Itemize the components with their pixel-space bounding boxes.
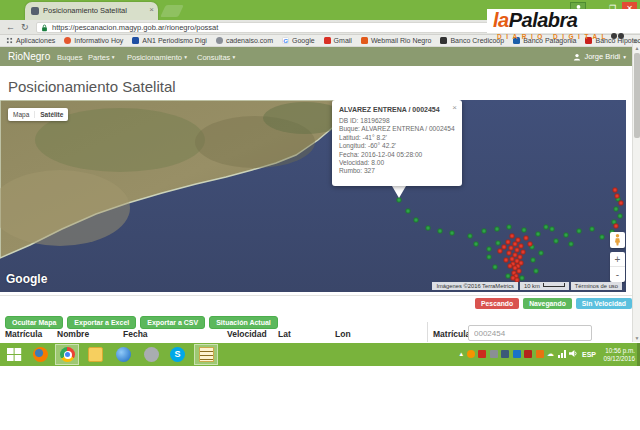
badge-pescando[interactable]: Pescando [475, 298, 519, 309]
brand-rionegro[interactable]: RioNegro [8, 51, 50, 62]
browser-tab[interactable]: Posicionamiento Satelital × [25, 2, 158, 20]
taskbar-clock[interactable]: 10:56 p.m. 09/12/2016 [603, 347, 635, 363]
vessel-marker-green[interactable] [590, 227, 595, 232]
nav-item-consultas[interactable]: Consultas ▾ [197, 53, 235, 62]
vessel-marker-green[interactable] [522, 228, 527, 233]
nav-item-posicionamiento[interactable]: Posicionamiento ▾ [127, 53, 187, 62]
chrome-icon[interactable] [60, 347, 75, 362]
globe-app-icon[interactable] [144, 347, 159, 362]
vessel-marker-green[interactable] [614, 207, 619, 212]
tray-expand-icon[interactable]: ▴ [459, 350, 463, 358]
bookmark-aplicaciones[interactable]: Aplicaciones [6, 37, 55, 44]
vessel-marker-red[interactable] [519, 261, 524, 266]
badge-navegando[interactable]: Navegando [523, 298, 572, 309]
bookmark-an1-periodismo[interactable]: AN1 Periodismo Digi [132, 37, 207, 44]
bookmark-webmail-rio-negro[interactable]: Webmail Rio Negro [361, 37, 432, 44]
vessel-marker-red[interactable] [506, 240, 511, 245]
tray-icon[interactable] [524, 350, 532, 358]
vessel-marker-green[interactable] [600, 235, 605, 240]
col-header-lat[interactable]: Lat [278, 329, 291, 339]
zoom-in-button[interactable]: + [610, 252, 625, 267]
vessel-marker-red[interactable] [615, 194, 620, 199]
bookmark-informativo-hoy[interactable]: Informativo Hoy [64, 37, 123, 44]
vessel-marker-green[interactable] [438, 229, 443, 234]
vessel-marker-red[interactable] [498, 249, 503, 254]
vessel-marker-green[interactable] [450, 231, 455, 236]
vessel-marker-red[interactable] [510, 234, 515, 239]
vessel-marker-green[interactable] [550, 227, 555, 232]
file-explorer-icon[interactable] [88, 347, 103, 362]
open-app-icon[interactable] [199, 347, 214, 362]
vessel-marker-red[interactable] [613, 188, 618, 193]
tray-icon[interactable] [490, 350, 498, 358]
terms-link[interactable]: Términos de uso [571, 282, 622, 290]
refresh-icon[interactable]: ↻ [21, 22, 29, 32]
tray-icon[interactable] [478, 350, 486, 358]
satellite-map[interactable]: Mapa Satélite ALVAREZ ENTRENA / 0002454 … [0, 100, 626, 292]
tray-icon[interactable] [467, 350, 475, 358]
zoom-out-button[interactable]: - [610, 267, 625, 282]
vessel-marker-green[interactable] [536, 232, 541, 237]
col-header-fecha[interactable]: Fecha [123, 329, 148, 339]
matricula-filter-input[interactable] [468, 325, 592, 341]
scrollbar-up-icon[interactable]: ▲ [633, 45, 640, 51]
vessel-marker-green[interactable] [487, 247, 492, 252]
language-indicator[interactable]: ESP [582, 351, 596, 358]
user-menu[interactable]: Jorge Bridi ▾ [573, 52, 626, 61]
map-type-mapa-button[interactable]: Mapa [8, 111, 34, 118]
vessel-marker-green[interactable] [544, 225, 549, 230]
col-header-matricula[interactable]: Matrícula [5, 329, 42, 339]
new-tab-button[interactable] [160, 5, 184, 17]
vessel-marker-green[interactable] [406, 209, 411, 214]
vessel-marker-green[interactable] [487, 255, 492, 260]
vessel-marker-green[interactable] [468, 234, 473, 239]
tray-icon[interactable] [536, 350, 544, 358]
firefox-icon[interactable] [33, 347, 48, 362]
tab-close-icon[interactable]: × [149, 6, 154, 14]
vessel-marker-green[interactable] [520, 276, 525, 281]
back-icon[interactable]: ← [6, 22, 15, 32]
tray-icon[interactable] [513, 350, 521, 358]
vessel-marker-red[interactable] [524, 236, 529, 241]
vessel-marker-red[interactable] [504, 258, 509, 263]
vessel-marker-red[interactable] [614, 224, 619, 229]
bookmark-gmail[interactable]: Gmail [324, 37, 352, 44]
tray-icon[interactable] [501, 350, 509, 358]
vessel-marker-red[interactable] [528, 242, 533, 247]
start-button[interactable] [7, 347, 22, 362]
vessel-marker-green[interactable] [569, 242, 574, 247]
volume-icon[interactable] [569, 349, 578, 358]
thunderbird-icon[interactable] [116, 347, 131, 362]
bookmark-cadenaiso[interactable]: cadenaiso.com [216, 37, 273, 44]
scrollbar-down-icon[interactable]: ▼ [633, 335, 640, 341]
nav-item-buques[interactable]: Buques [57, 53, 82, 62]
popup-close-icon[interactable]: × [452, 103, 457, 112]
vessel-marker-green[interactable] [495, 227, 500, 232]
skype-icon[interactable]: S [170, 347, 185, 362]
ocultar-mapa-button[interactable]: Ocultar Mapa [5, 316, 63, 329]
vessel-marker-green[interactable] [564, 233, 569, 238]
vessel-marker-green[interactable] [554, 239, 559, 244]
pegman-control[interactable] [610, 232, 625, 248]
nav-item-partes[interactable]: Partes ▾ [88, 53, 115, 62]
badge-sin-velocidad[interactable]: Sin Velocidad [576, 298, 632, 309]
google-logo[interactable]: Google [6, 272, 47, 286]
col-header-velocidad[interactable]: Velocidad [227, 329, 267, 339]
vessel-marker-green[interactable] [531, 258, 536, 263]
vessel-marker-red[interactable] [507, 251, 512, 256]
vessel-marker-green[interactable] [507, 225, 512, 230]
bookmark-banco-credicoop[interactable]: Banco Credicoop [440, 37, 504, 44]
vessel-marker-green[interactable] [493, 265, 498, 270]
vessel-marker-green[interactable] [534, 269, 539, 274]
exportar-csv-button[interactable]: Exportar a CSV [140, 316, 205, 329]
vessel-marker-green[interactable] [397, 198, 402, 203]
col-header-nombre[interactable]: Nombre [57, 329, 89, 339]
situacion-actual-button[interactable]: Situación Actual [209, 316, 278, 329]
exportar-excel-button[interactable]: Exportar a Excel [67, 316, 136, 329]
vessel-marker-green[interactable] [496, 241, 501, 246]
bookmark-google[interactable]: GGoogle [282, 37, 315, 44]
vessel-marker-green[interactable] [482, 229, 487, 234]
col-header-lon[interactable]: Lon [335, 329, 351, 339]
vessel-marker-green[interactable] [577, 229, 582, 234]
vessel-marker-green[interactable] [539, 251, 544, 256]
